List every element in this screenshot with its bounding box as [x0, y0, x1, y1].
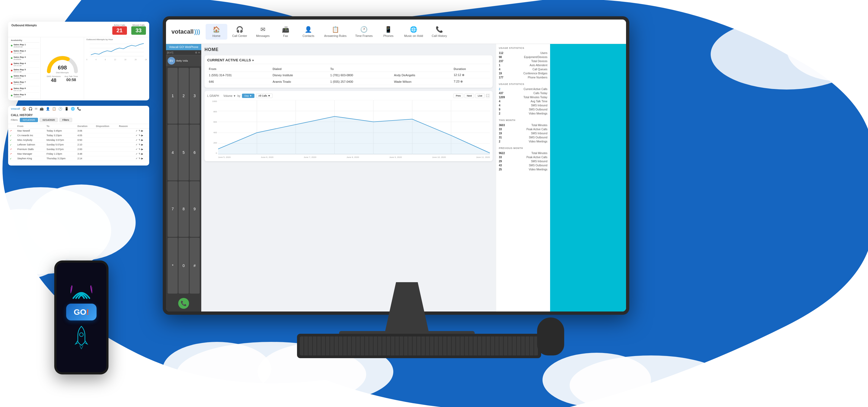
stat-row: 2 Current Active Calls [499, 87, 547, 91]
panel1-body: Availability Sales Rep 1 Active/Call Sal… [8, 37, 149, 100]
availability-label: Availability [9, 38, 39, 42]
stat-number: 29 [499, 160, 502, 163]
stat-label: Total Minutes Today [524, 96, 547, 99]
table-row: 646 Aramis Tirado 1 (555) 257-0400 Wade … [207, 79, 490, 85]
day-btn[interactable]: Day ▼ [242, 94, 254, 98]
x-label: June 9, 2020 [389, 156, 402, 158]
dashboard-center: HOME CURRENT ACTIVE CALLS » From Dialed [201, 44, 496, 312]
col-disposition: Disposition [94, 124, 118, 129]
all-calls-btn[interactable]: All Calls ▼ [256, 94, 273, 98]
nav-item-call-center[interactable]: 🎧 Call Center [228, 24, 251, 40]
keypad-8[interactable]: 8 [179, 181, 188, 237]
expand-btn[interactable]: ⛶ [486, 94, 490, 98]
agent-name: Sales Rep 6 [13, 74, 26, 77]
keypad-9[interactable]: 9 [190, 181, 199, 237]
stat-label: Total Minutes [531, 152, 547, 155]
call-reason [117, 147, 134, 152]
nav-item-contacts[interactable]: 👤 Contacts [298, 24, 319, 40]
prev-btn[interactable]: Prev [453, 94, 463, 98]
call-from: 1 (555) 314-7331 [207, 72, 271, 79]
sms-stat: SMS Sessions 48 [46, 75, 61, 83]
stat-number: 112 [499, 52, 503, 55]
date-to-btn[interactable]: 02/14/2020 [40, 118, 58, 122]
agent-status-dot [11, 51, 12, 53]
usage-stats-1: USAGE STATISTICS 112 Users 98 Equipment/… [499, 47, 547, 80]
call-dialed: Aramis Tirado [271, 79, 329, 85]
live-btn[interactable]: Live [475, 94, 485, 98]
call-duration: 7:23 ⊗ [452, 79, 490, 85]
panel2-top-nav: votacall 🏠 🎧 ✉ 📠 👤 📋 🕐 📱 🌐 📞 [8, 106, 149, 112]
keypad-star[interactable]: * [167, 238, 178, 293]
nav-item-fax[interactable]: 📠 Fax [275, 24, 297, 40]
keypad-6[interactable]: 6 [190, 125, 199, 181]
agent-row: Sales Rep 7 On a Call [9, 80, 39, 86]
usage-stats-2: USAGE STATISTICS 2 Current Active Calls … [499, 83, 547, 116]
nav-item-call-history[interactable]: 📞 Call History [428, 24, 451, 40]
agent-status: Active/Call [13, 46, 26, 48]
go-text: GO! [74, 307, 89, 317]
nav-item-time-frames[interactable]: 🕐 Time Frames [351, 24, 376, 40]
table-row: ↗ Max Alderson Friday 3:06am ✓ ✎ ▶ [8, 161, 149, 162]
go-button[interactable]: GO! [66, 304, 97, 320]
stat-row: 9622 Total Minutes [499, 151, 547, 155]
this-month-title: THIS MONTH [499, 119, 547, 122]
votacall-header: votacall ))) 🏠 Home 🎧 Call Center [166, 20, 626, 44]
outbound-panel: Outbound Attempts Active Calls 21 Missed… [8, 22, 149, 100]
agent-status: On a Call [13, 83, 26, 85]
nav-item-phones[interactable]: 📱 Phones [378, 24, 399, 40]
stat-row: 98 Equipment/Devices [499, 55, 547, 59]
col-reason: Reason [117, 124, 134, 129]
filter-btn[interactable]: Filters [59, 118, 72, 122]
keypad-3[interactable]: 3 [190, 68, 199, 124]
col-actions [134, 124, 149, 129]
nav-item-answering-rules[interactable]: 📋 Answering Rules [320, 24, 350, 40]
agent-row: Sales Rep 1 Active/Call [9, 42, 39, 49]
nav-item-music-on-hold[interactable]: 🌐 Music on Hold [400, 24, 427, 40]
nav-label-messages: Messages [256, 34, 270, 37]
call-button[interactable]: 📞 [178, 298, 189, 309]
agent-status: Available [13, 77, 26, 79]
nav-item-messages[interactable]: ✉ Messages [252, 24, 274, 40]
stat-label: SMS Inbound [531, 132, 547, 135]
keypad-hash[interactable]: # [190, 238, 199, 293]
graph-content: 1000 800 600 400 200 0 [207, 100, 490, 155]
active-calls-value: 21 [112, 26, 127, 35]
col-duration: Duration [76, 124, 94, 129]
stat-row: 1 Auto Attendent [499, 63, 547, 67]
keypad-1[interactable]: 1 [167, 68, 178, 124]
table-row: ↗ Max Manager Friday 1:23pm 3:48 ✓ ✎ ▶ [8, 152, 149, 156]
keypad-4[interactable]: 4 [167, 125, 178, 181]
call-to: Monday 3:07pm [45, 138, 76, 143]
agent-row: Sales Rep 2 On a Call [9, 49, 39, 55]
mini-icon: ✉ [35, 107, 37, 111]
keypad-2[interactable]: 2 [179, 68, 188, 124]
agent-info: Sales Rep 9 Available [13, 93, 26, 98]
agent-status: On a Call [13, 65, 26, 66]
stat-row: 43 SMS Outbound [499, 163, 547, 167]
call-to: 1 (781) 603-0800 [329, 72, 392, 79]
call-contact: Andy DeAngelis [392, 72, 452, 79]
col-to: To [45, 124, 76, 129]
mini-icon: 📋 [52, 107, 56, 111]
next-btn[interactable]: Next [464, 94, 474, 98]
agent-name: Sales Rep 2 [13, 50, 26, 52]
contacts-icon: 👤 [305, 26, 312, 33]
nav-label-phones: Phones [383, 34, 393, 37]
agent-info: Sales Rep 7 On a Call [13, 81, 26, 85]
keypad-5[interactable]: 5 [179, 125, 188, 181]
call-from: 646 [207, 79, 271, 85]
talk-label: Avg Talk Time [65, 75, 78, 77]
keypad-0[interactable]: 0 [179, 238, 188, 293]
agent-name: Sales Rep 1 [13, 43, 26, 46]
call-type-icon: ↗ [8, 129, 16, 133]
webphone-panel: Votacall GO! WebPhone [EXT] ⚙ ✕ BV Betty… [166, 44, 201, 312]
nav-item-home[interactable]: 🏠 Home [206, 24, 227, 40]
date-from-btn[interactable]: 02/14/2020 [20, 118, 38, 122]
keypad-7[interactable]: 7 [167, 181, 178, 237]
stat-number: 25 [499, 168, 502, 171]
call-actions: ✓ ✎ ▶ [134, 152, 149, 156]
mini-icon: 🎧 [29, 107, 33, 111]
stat-label: Video Meetings [529, 140, 547, 143]
active-calls-title: CURRENT ACTIVE CALLS » [207, 58, 490, 64]
table-row: ↗ Premium Stalls Sunday 3:07pm 2:00 ✓ ✎ … [8, 147, 149, 152]
